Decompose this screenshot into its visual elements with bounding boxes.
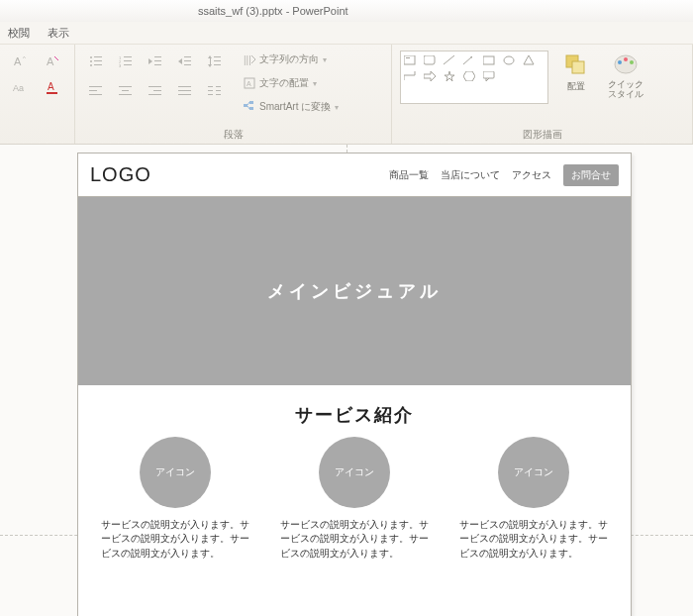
wf-nav-contact[interactable]: お問合せ — [563, 164, 619, 186]
shape-oval-icon[interactable] — [502, 54, 516, 66]
svg-rect-21 — [184, 56, 191, 57]
wf-cards: アイコン サービスの説明文が入ります。サービスの説明文が入ります。サービスの説明… — [78, 437, 631, 561]
justify-icon[interactable] — [172, 80, 198, 102]
shape-rounded-rect-icon[interactable] — [423, 54, 437, 66]
svg-rect-53 — [406, 57, 410, 58]
wf-card-desc[interactable]: サービスの説明文が入ります。サービスの説明文が入ります。サービスの説明文が入りま… — [280, 518, 429, 561]
tab-view[interactable]: 表示 — [48, 26, 69, 41]
svg-rect-30 — [89, 94, 102, 95]
wf-nav: 商品一覧 当店について アクセス お問合せ — [389, 164, 619, 186]
ribbon-group-paragraph: 123 ||| 文字列の方向▾ — [75, 45, 392, 144]
quickstyle-icon — [612, 51, 640, 78]
wf-card[interactable]: アイコン サービスの説明文が入ります。サービスの説明文が入ります。サービスの説明… — [280, 437, 429, 561]
increase-font-icon[interactable]: A^ — [8, 51, 34, 72]
wf-card-icon[interactable]: アイコン — [319, 437, 390, 508]
align-left-icon[interactable] — [83, 80, 109, 102]
svg-rect-49 — [244, 104, 248, 107]
svg-rect-59 — [483, 71, 494, 78]
quickstyle-button[interactable]: クイック スタイル — [604, 51, 647, 100]
bullets-icon[interactable] — [83, 51, 109, 72]
wf-card-icon[interactable]: アイコン — [140, 437, 211, 508]
group-label-font — [8, 128, 66, 142]
decrease-indent-icon[interactable] — [143, 51, 168, 72]
svg-rect-50 — [249, 101, 253, 104]
svg-text:3: 3 — [119, 63, 122, 67]
svg-rect-20 — [154, 64, 161, 65]
arrange-icon — [562, 51, 590, 78]
shape-textbox-icon[interactable] — [403, 54, 417, 66]
slide[interactable]: LOGO 商品一覧 当店について アクセス お問合せ メインビジュアル サービス… — [77, 153, 632, 616]
wf-card-icon[interactable]: アイコン — [498, 437, 569, 508]
svg-rect-61 — [572, 61, 584, 73]
shapes-gallery[interactable] — [400, 51, 548, 104]
svg-rect-18 — [154, 56, 161, 57]
wf-card-desc[interactable]: サービスの説明文が入ります。サービスの説明文が入ります。サービスの説明文が入りま… — [459, 518, 608, 561]
svg-rect-5 — [47, 92, 57, 94]
align-right-icon[interactable] — [143, 80, 168, 102]
svg-rect-52 — [404, 55, 415, 64]
svg-rect-42 — [208, 90, 213, 91]
svg-point-64 — [624, 57, 628, 61]
align-center-icon[interactable] — [113, 80, 139, 102]
svg-rect-27 — [214, 64, 221, 65]
wf-nav-products[interactable]: 商品一覧 — [389, 168, 429, 182]
shape-elbow-icon[interactable] — [403, 70, 417, 82]
line-spacing-icon[interactable] — [202, 51, 228, 72]
clear-format-icon[interactable]: A — [40, 51, 65, 72]
tab-review[interactable]: 校閲 — [8, 26, 30, 41]
wf-nav-about[interactable]: 当店について — [441, 168, 500, 182]
svg-point-58 — [504, 56, 514, 64]
numbering-icon[interactable]: 123 — [113, 51, 139, 72]
svg-rect-24 — [210, 58, 211, 64]
svg-rect-23 — [184, 64, 191, 65]
svg-rect-57 — [483, 56, 494, 64]
svg-rect-33 — [119, 94, 132, 95]
wf-hero-label: メインビジュアル — [267, 279, 442, 303]
wf-card[interactable]: アイコン サービスの説明文が入ります。サービスの説明文が入ります。サービスの説明… — [101, 437, 249, 561]
arrange-button[interactable]: 配置 — [554, 51, 598, 93]
smartart-button[interactable]: SmartArt に変換▾ — [244, 98, 352, 116]
svg-rect-17 — [124, 64, 132, 65]
shape-rect-icon[interactable] — [482, 54, 496, 66]
wf-card-desc[interactable]: サービスの説明文が入ります。サービスの説明文が入ります。サービスの説明文が入りま… — [101, 518, 249, 561]
text-direction-icon: ||| — [244, 53, 255, 65]
svg-rect-35 — [153, 90, 161, 91]
svg-rect-38 — [178, 90, 191, 91]
wf-hero[interactable]: メインビジュアル — [78, 197, 631, 385]
text-direction-button[interactable]: ||| 文字列の方向▾ — [244, 51, 333, 68]
wf-nav-access[interactable]: アクセス — [512, 168, 551, 182]
svg-point-8 — [90, 60, 92, 62]
font-color-icon[interactable]: A — [40, 76, 65, 98]
increase-indent-icon[interactable] — [172, 51, 198, 72]
shape-triangle-icon[interactable] — [522, 54, 536, 66]
text-align-button[interactable]: A 文字の配置▾ — [244, 74, 333, 92]
shape-callout-icon[interactable] — [482, 70, 496, 82]
svg-point-63 — [618, 60, 622, 64]
svg-point-10 — [90, 64, 92, 66]
svg-text:A: A — [247, 80, 251, 87]
svg-rect-22 — [184, 60, 191, 61]
shape-block-arrow-icon[interactable] — [423, 70, 437, 82]
window-title: ssaits_wf (3).pptx - PowerPoint — [198, 5, 348, 17]
shape-hexagon-icon[interactable] — [462, 70, 476, 82]
svg-rect-51 — [249, 107, 253, 110]
wf-header[interactable]: LOGO 商品一覧 当店について アクセス お問合せ — [78, 154, 631, 197]
svg-text:A: A — [48, 81, 54, 92]
columns-icon[interactable] — [202, 80, 228, 102]
svg-rect-45 — [216, 94, 221, 95]
shape-arrow-line-icon[interactable] — [462, 54, 476, 66]
wf-card[interactable]: アイコン サービスの説明文が入ります。サービスの説明文が入ります。サービスの説明… — [459, 437, 608, 561]
svg-line-55 — [444, 55, 454, 64]
wf-logo[interactable]: LOGO — [90, 163, 151, 186]
font-size-icon[interactable]: Aa — [8, 76, 34, 98]
shape-star-icon[interactable] — [443, 70, 456, 82]
svg-text:A: A — [47, 55, 54, 67]
svg-rect-26 — [214, 60, 221, 61]
wf-section-title[interactable]: サービス紹介 — [78, 403, 631, 427]
window-titlebar: ssaits_wf (3).pptx - PowerPoint — [0, 0, 693, 22]
svg-text:A: A — [14, 55, 22, 67]
text-align-icon: A — [244, 77, 255, 89]
slide-canvas[interactable]: LOGO 商品一覧 当店について アクセス お問合せ メインビジュアル サービス… — [0, 145, 693, 616]
ribbon-tabs: 校閲 表示 — [0, 22, 693, 44]
shape-line-icon[interactable] — [443, 54, 456, 66]
